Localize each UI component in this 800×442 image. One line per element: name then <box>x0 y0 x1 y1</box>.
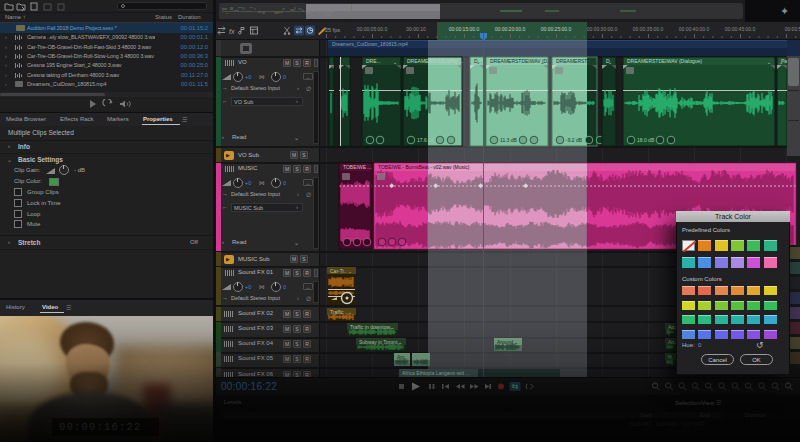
svg-text:⌄: ⌄ <box>589 59 593 65</box>
svg-text:Subway in Toront...: Subway in Toront... <box>359 339 401 345</box>
svg-text:Am..: Am.. <box>397 354 407 360</box>
svg-text:⌄: ⌄ <box>348 309 352 315</box>
svg-text:TOBEIWE - BurnsBeat - v02.wav: TOBEIWE - BurnsBeat - v02.wav (Music) <box>378 164 470 170</box>
svg-text:-9.2 dB: -9.2 dB <box>566 137 583 143</box>
svg-text:⌄: ⌄ <box>779 59 783 65</box>
svg-text:DRE...: DRE... <box>366 58 381 64</box>
svg-text:Traffic ..: Traffic .. <box>330 309 348 315</box>
svg-text:⌄: ⌄ <box>476 59 480 65</box>
svg-text:Car-Ti..: Car-Ti.. <box>330 268 346 274</box>
svg-text:⌄: ⌄ <box>393 59 397 65</box>
svg-text:17.6 dB: 17.6 dB <box>417 137 435 143</box>
svg-text:Africa Ethiopia Langano wid ..: Africa Ethiopia Langano wid ... <box>402 370 470 376</box>
svg-text:⌄: ⌄ <box>540 59 544 65</box>
svg-text:18.0 dB: 18.0 dB <box>637 137 655 143</box>
svg-text:⌄: ⌄ <box>348 268 352 274</box>
svg-text:TOBEIWE ...: TOBEIWE ... <box>343 164 372 170</box>
svg-text:⌄: ⌄ <box>767 59 771 65</box>
svg-text:⌄: ⌄ <box>608 59 612 65</box>
svg-text:Traffic in downtow...: Traffic in downtow... <box>350 324 394 330</box>
svg-text:DREAMERSTDEIWAV (Dialogue): DREAMERSTDEIWAV (Dialogue) <box>627 58 702 64</box>
svg-text:⌄: ⌄ <box>454 59 458 65</box>
svg-text:H: H <box>668 354 672 360</box>
svg-text:11.3 dB: 11.3 dB <box>500 137 518 143</box>
